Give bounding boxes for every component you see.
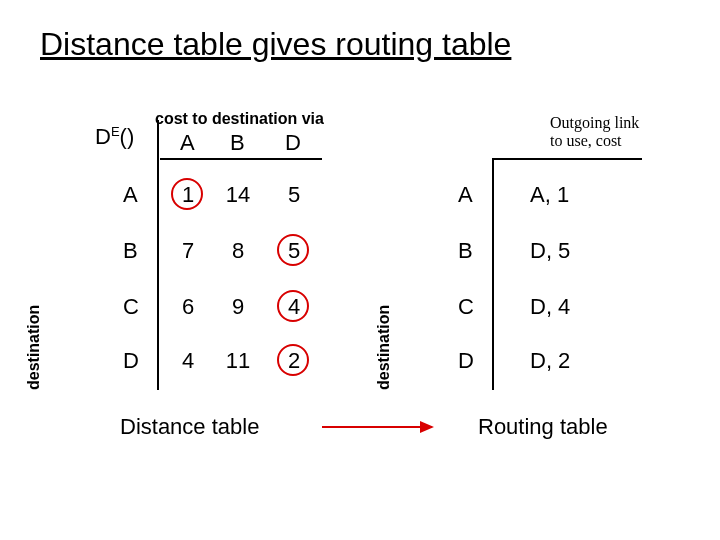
- row-header-b: B: [458, 238, 473, 264]
- row-header-a: A: [123, 182, 138, 208]
- distance-table-symbol: DE(): [95, 124, 134, 150]
- distance-table-subtitle: cost to destination via: [155, 110, 324, 128]
- min-circle-icon: [277, 234, 309, 266]
- min-circle-icon: [277, 290, 309, 322]
- row-header-c: C: [123, 294, 139, 320]
- min-circle-icon: [171, 178, 203, 210]
- table-hline: [160, 158, 322, 160]
- de-base: D: [95, 124, 111, 149]
- cell-b-b: 8: [223, 238, 253, 264]
- distance-table-caption: Distance table: [120, 414, 259, 440]
- cell-a-b: 14: [223, 182, 253, 208]
- routing-value-a: A, 1: [530, 182, 569, 208]
- destination-axis-label: destination: [375, 305, 393, 390]
- table-hline: [492, 158, 642, 160]
- cell-d-a: 4: [173, 348, 203, 374]
- cell-d-b: 11: [223, 348, 253, 374]
- de-paren: (): [120, 124, 135, 149]
- page-title: Distance table gives routing table: [40, 26, 511, 63]
- table-vline: [157, 120, 159, 390]
- row-header-d: D: [123, 348, 139, 374]
- row-header-b: B: [123, 238, 138, 264]
- row-header-a: A: [458, 182, 473, 208]
- routing-table-caption: Routing table: [478, 414, 608, 440]
- de-sup: E: [111, 124, 120, 139]
- table-vline: [492, 158, 494, 390]
- arrow-right-icon: [322, 426, 432, 428]
- subtitle-line2: to use, cost: [550, 132, 622, 149]
- destination-axis-label: destination: [25, 305, 43, 390]
- cell-a-d: 5: [279, 182, 309, 208]
- cell-b-a: 7: [173, 238, 203, 264]
- row-header-c: C: [458, 294, 474, 320]
- subtitle-line1: Outgoing link: [550, 114, 639, 131]
- routing-table-subtitle: Outgoing link to use, cost: [550, 114, 639, 151]
- col-header-b: B: [230, 130, 245, 156]
- row-header-d: D: [458, 348, 474, 374]
- col-header-d: D: [285, 130, 301, 156]
- routing-value-b: D, 5: [530, 238, 570, 264]
- routing-value-d: D, 2: [530, 348, 570, 374]
- cell-c-a: 6: [173, 294, 203, 320]
- col-header-a: A: [180, 130, 195, 156]
- routing-value-c: D, 4: [530, 294, 570, 320]
- cell-c-b: 9: [223, 294, 253, 320]
- min-circle-icon: [277, 344, 309, 376]
